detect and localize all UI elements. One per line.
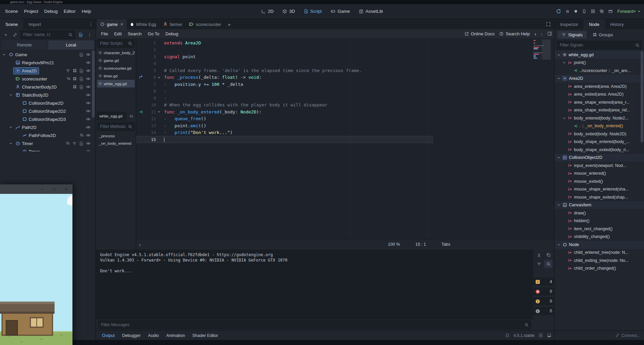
menu-editor[interactable]: Editor	[61, 7, 78, 15]
expand-arrow[interactable]	[557, 53, 561, 57]
bottom-tab-output[interactable]: Output	[99, 332, 118, 339]
script-badge[interactable]	[79, 53, 84, 57]
line-number[interactable]: 1	[145, 40, 156, 45]
scene-tree-row[interactable]: Timer	[0, 147, 95, 151]
code-line[interactable]: 11func _on_body_entered(_body: Node2D):	[136, 108, 554, 115]
code-line[interactable]: 5# Called every frame. 'delta' is the el…	[136, 67, 554, 74]
menu-project[interactable]: Project	[21, 7, 41, 15]
signal-row[interactable]: body_shape_exited(body_ri...	[555, 146, 644, 154]
scene-tree-row[interactable]: scorecounter%	[0, 75, 95, 83]
bottom-tab-audio[interactable]: Audio	[144, 332, 162, 339]
filter-methods-input[interactable]	[99, 124, 128, 129]
signal-row[interactable]: CollisionObject2D	[555, 154, 644, 162]
signal-row[interactable]: visibility_changed()	[555, 233, 644, 241]
code-line[interactable]: 4	[136, 60, 554, 67]
scene-tab-white-egg[interactable]: White Egg	[127, 19, 160, 29]
eye-badge[interactable]	[86, 141, 91, 146]
pin-bottom-panel-icon[interactable]	[547, 333, 551, 338]
bottom-tab-debugger[interactable]: Debugger	[119, 332, 144, 339]
code-viewport[interactable]: 1extends Area2D23signal point45# Called …	[136, 38, 554, 239]
bottom-tab-shader-editor[interactable]: Shader Editor	[189, 332, 221, 339]
movie-button[interactable]	[608, 9, 613, 13]
signal-row[interactable]: input_event(viewport: Nod...	[555, 162, 644, 170]
filter-messages-input[interactable]	[100, 322, 524, 327]
script-item[interactable]: timer.gd	[97, 72, 135, 80]
tab-node[interactable]: Node	[583, 19, 605, 29]
code-line[interactable]: 3signal point	[136, 53, 554, 60]
expand-arrow[interactable]	[557, 156, 561, 159]
signal-row[interactable]: child_order_changed()	[555, 265, 644, 273]
tab-import[interactable]: Import	[23, 19, 46, 29]
zoom-level[interactable]: 100 %	[388, 242, 400, 247]
signal-row[interactable]: item_rect_changed()	[555, 225, 644, 233]
signal-row[interactable]: . :: _on_body_entered()	[555, 122, 644, 130]
signal-row[interactable]: point()	[555, 59, 644, 67]
code-editor[interactable]: 1extends Area2D23signal point45# Called …	[136, 38, 554, 249]
script-menu-go-to[interactable]: Go To	[145, 30, 162, 37]
engine-version[interactable]: 4.5.1.stable	[514, 333, 535, 338]
line-number[interactable]: 8	[145, 89, 156, 94]
percent-badge[interactable]: %	[80, 133, 84, 137]
code-line[interactable]: 7» position.y += 100 * _delta	[136, 81, 554, 88]
fold-slot[interactable]	[156, 110, 162, 113]
signal-row[interactable]: body_shape_entered(body_...	[555, 138, 644, 146]
line-number[interactable]: 12	[145, 116, 156, 121]
code-line[interactable]: 1extends Area2D	[136, 39, 554, 46]
signal-badge[interactable]	[66, 68, 70, 73]
eye-badge[interactable]	[86, 93, 91, 97]
signal-row[interactable]: mouse_shape_entered(sha...	[555, 185, 644, 194]
toggle-scripts-panel-icon[interactable]	[547, 31, 552, 36]
signal-row[interactable]: white_egg.gd	[555, 51, 644, 59]
line-number[interactable]: 7	[145, 82, 156, 87]
signal-row[interactable]: CanvasItem	[555, 201, 644, 209]
eye-badge[interactable]	[86, 52, 91, 57]
eye-badge[interactable]	[86, 68, 91, 73]
signals-scrollbar[interactable]	[641, 51, 643, 142]
expand-arrow[interactable]	[557, 77, 561, 80]
scene-tree-row[interactable]: CollisionShape2D3	[0, 115, 95, 123]
line-number[interactable]: 6	[145, 75, 156, 80]
output-search-button[interactable]	[544, 260, 552, 268]
eye-badge[interactable]	[86, 60, 91, 65]
workspace-script[interactable]: Script	[304, 9, 322, 14]
code-line[interactable]: 10# When the egg collides with the playe…	[136, 102, 554, 109]
eye-badge[interactable]	[86, 117, 91, 122]
line-number[interactable]: 2	[145, 47, 156, 52]
add-node-button[interactable]: +	[2, 31, 9, 38]
signal-row[interactable]: Area2D	[555, 75, 644, 83]
gutter-slot[interactable]	[136, 75, 145, 79]
indent-type[interactable]: Tabs	[442, 242, 450, 247]
signal-row[interactable]: hidden()	[555, 217, 644, 225]
script-item[interactable]: white_egg.gd	[97, 80, 135, 88]
scene-tree-row[interactable]: Timer%	[0, 139, 95, 147]
sort-methods-button[interactable]	[127, 112, 135, 120]
line-number[interactable]: 4	[145, 61, 156, 66]
scene-tab-game[interactable]: game×	[97, 19, 127, 29]
script-menu-debug[interactable]: Debug	[162, 30, 181, 37]
fold-slot[interactable]	[156, 76, 162, 79]
group-badge[interactable]	[73, 69, 77, 73]
expand-arrow[interactable]	[562, 61, 566, 64]
minimap-viewport[interactable]	[542, 39, 551, 60]
menu-scene[interactable]: Scene	[2, 7, 21, 15]
eye-badge[interactable]	[86, 76, 91, 81]
signal-row[interactable]: area_shape_exited(area_rid...	[555, 106, 644, 114]
workspace-game[interactable]: Game	[330, 9, 350, 14]
menu-debug[interactable]: Debug	[41, 7, 61, 15]
script-badge[interactable]	[79, 69, 84, 73]
reload-button[interactable]	[556, 9, 561, 14]
tab-scene[interactable]: Scene	[0, 19, 23, 29]
code-line[interactable]: 6func _process(_delta: float) -> void:	[136, 74, 554, 81]
signal-row[interactable]: area_exited(area: Area2D)	[555, 91, 644, 99]
menu-help[interactable]: Help	[78, 7, 94, 15]
bottom-tab-animation[interactable]: Animation	[163, 332, 188, 339]
eye-badge[interactable]	[86, 109, 91, 113]
line-number[interactable]: 11	[145, 109, 156, 114]
tab-inspector[interactable]: Inspector	[555, 19, 583, 29]
scene-tree-row[interactable]: Path2D	[0, 123, 95, 131]
code-line[interactable]: 8»	[136, 88, 554, 95]
stop-button[interactable]	[574, 9, 578, 13]
script-item[interactable]: game.gd	[97, 57, 135, 64]
subtab-groups[interactable]: Groups	[589, 31, 617, 39]
eye-badge[interactable]	[86, 125, 91, 130]
